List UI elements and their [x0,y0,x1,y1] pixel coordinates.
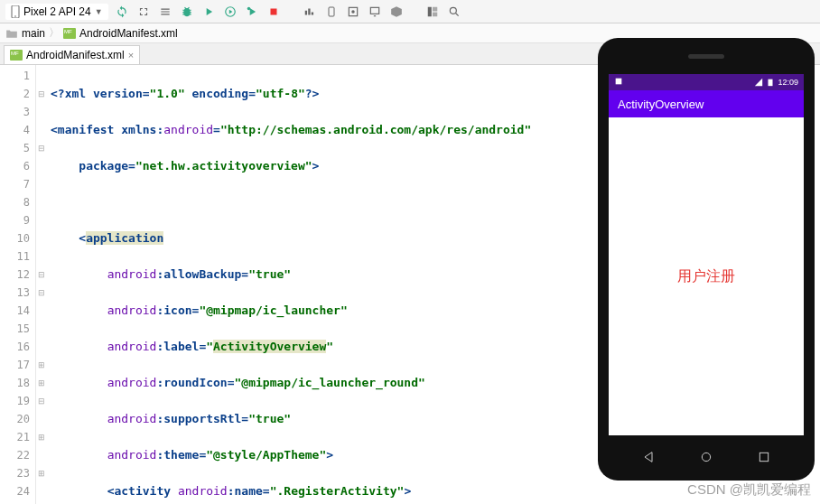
manifest-file-icon [10,50,23,61]
breadcrumb-sep: 〉 [49,25,60,41]
profiler-icon[interactable] [302,4,318,20]
device-selector[interactable]: Pixel 2 API 24 ▼ [5,4,108,20]
avd-icon[interactable] [367,4,383,20]
svg-point-1 [14,15,16,17]
tab-label: AndroidManifest.xml [26,49,125,61]
chevron-down-icon: ▼ [95,7,103,16]
app-inspect-icon[interactable] [345,4,361,20]
stack-icon[interactable] [157,4,173,20]
svg-rect-8 [370,7,378,14]
device-preview: 12:09 ActivityOverview 用户注册 [598,38,815,481]
line-gutter: 1234 5678 9101112 13141516 17181920 2122… [0,65,36,504]
svg-rect-13 [616,79,622,85]
signal-icon [754,78,763,87]
svg-rect-11 [433,12,437,16]
app-indicator-icon [614,77,623,86]
battery-icon [766,78,775,87]
device-name: Pixel 2 API 24 [23,5,91,18]
android-nav-bar [598,443,815,471]
stop-icon[interactable] [266,4,282,20]
run-icon[interactable] [200,4,217,20]
svg-rect-5 [329,7,334,16]
breadcrumb-root[interactable]: main [22,27,45,40]
debug-icon[interactable] [135,4,152,20]
fold-gutter: ⊟⊟ ⊟⊟⊞⊞⊟⊞⊞ [36,65,47,504]
close-icon[interactable]: × [128,50,134,61]
svg-rect-4 [270,8,276,14]
play-circle-icon[interactable] [222,4,238,20]
sdk-icon[interactable] [388,4,405,20]
phone-frame: 12:09 ActivityOverview 用户注册 [598,38,815,481]
nav-home-icon[interactable] [699,450,713,464]
svg-rect-14 [769,79,773,87]
svg-point-15 [702,453,710,461]
phone-speaker [688,54,724,59]
screen-body: 用户注册 [609,117,804,435]
watermark: CSDN @凯凯爱编程 [687,481,811,499]
svg-rect-10 [433,6,437,11]
attach-debug-icon[interactable] [244,4,260,20]
breadcrumb-file[interactable]: AndroidManifest.xml [79,27,178,40]
phone-icon[interactable] [323,4,340,20]
app-bar: ActivityOverview [609,90,804,117]
layout-icon[interactable] [424,4,441,20]
svg-point-3 [247,6,250,10]
phone-screen: 12:09 ActivityOverview 用户注册 [609,74,804,435]
app-title: ActivityOverview [618,98,704,111]
toolbar: Pixel 2 API 24 ▼ [0,0,820,23]
bug-icon[interactable] [179,4,195,20]
manifest-file-icon [63,28,76,39]
sync-icon[interactable] [114,4,130,20]
nav-back-icon[interactable] [641,450,656,464]
search-icon[interactable] [446,4,462,20]
status-bar: 12:09 [609,74,804,90]
status-time: 12:09 [778,78,798,87]
svg-rect-16 [759,453,768,461]
nav-recent-icon[interactable] [757,450,771,464]
device-icon [11,5,20,18]
folder-icon [5,28,18,39]
svg-rect-9 [427,6,431,16]
tab-manifest[interactable]: AndroidManifest.xml × [4,45,140,64]
svg-point-7 [351,10,355,14]
body-text: 用户注册 [677,267,735,286]
svg-point-12 [450,7,456,14]
